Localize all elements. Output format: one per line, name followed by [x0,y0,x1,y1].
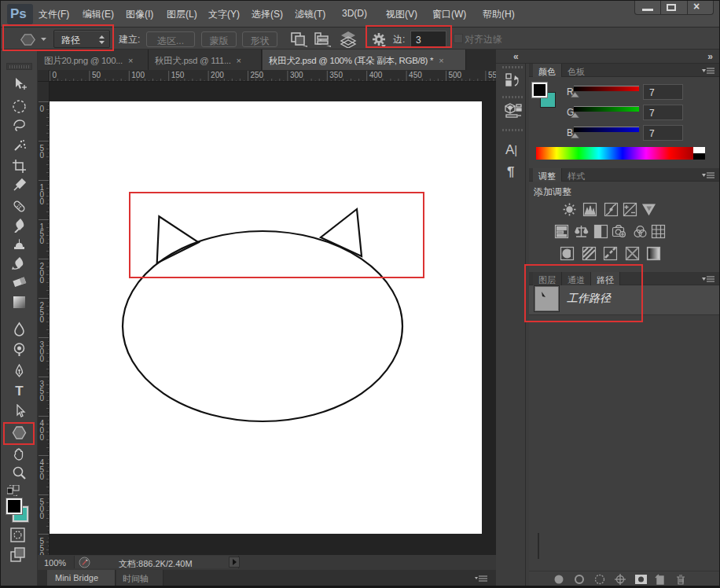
svg-text:0: 0 [40,105,45,113]
svg-text:550: 550 [488,71,496,79]
svg-text:0: 0 [40,151,45,160]
svg-text:0: 0 [40,197,45,206]
svg-text:0: 0 [40,237,45,245]
svg-text:250: 250 [251,71,264,79]
svg-text:300: 300 [290,71,303,79]
svg-text:100: 100 [131,71,145,79]
svg-text:0: 0 [40,276,45,285]
svg-text:0: 0 [40,355,45,363]
svg-text:50: 50 [92,71,101,79]
svg-text:450: 450 [409,71,422,79]
svg-text:0: 0 [40,472,45,481]
svg-text:400: 400 [369,71,383,79]
svg-text:350: 350 [329,71,343,79]
svg-text:0: 0 [40,512,45,520]
svg-text:0: 0 [40,315,45,324]
svg-text:0: 0 [40,394,45,402]
svg-text:500: 500 [449,71,462,79]
svg-text:0: 0 [53,71,57,79]
svg-text:150: 150 [171,71,185,79]
svg-text:0: 0 [40,433,45,442]
svg-text:200: 200 [211,71,224,79]
